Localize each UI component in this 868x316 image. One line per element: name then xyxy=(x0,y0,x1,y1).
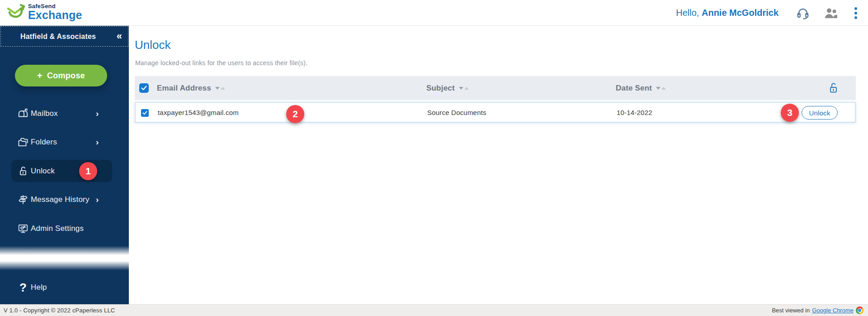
sidebar-item-admin-settings[interactable]: Admin Settings xyxy=(0,219,129,239)
sidebar-fade-band xyxy=(0,246,129,270)
footer: V 1.0 - Copyright © 2022 cPaperless LLC … xyxy=(0,304,868,316)
lock-open-icon[interactable] xyxy=(828,82,839,96)
sidebar-item-label: Folders xyxy=(31,138,57,147)
collapse-sidebar-icon[interactable]: « xyxy=(117,31,122,41)
plus-icon: + xyxy=(37,71,42,80)
google-chrome-link[interactable]: Google Chrome xyxy=(812,307,854,314)
user-name: Annie McGoldrick xyxy=(702,8,778,18)
compose-label: Compose xyxy=(47,71,85,81)
sort-arrows-icon[interactable] xyxy=(215,87,225,90)
safesend-envelope-icon xyxy=(5,3,26,22)
table-header: Email Address Subject Date Sent xyxy=(135,76,856,100)
org-name: Hatfield & Associates xyxy=(20,33,108,41)
sidebar-item-label: Mailbox xyxy=(31,109,58,118)
sidebar-item-help[interactable]: ? Help xyxy=(0,278,129,297)
page-description: Manage locked-out links for the users to… xyxy=(135,59,307,67)
sidebar-item-folders[interactable]: Folders › xyxy=(0,132,129,152)
cell-date-sent: 10-14-2022 xyxy=(617,103,652,122)
sidebar-item-mailbox[interactable]: Mailbox › xyxy=(0,104,129,124)
table-row: taxpayer1543@gmail.com Source Documents … xyxy=(135,102,856,123)
copyright-text: V 1.0 - Copyright © 2022 cPaperless LLC xyxy=(4,307,115,314)
sidebar-item-label: Message History xyxy=(31,195,90,204)
unlock-button[interactable]: Unlock xyxy=(802,106,838,120)
cell-email: taxpayer1543@gmail.com xyxy=(158,103,239,122)
sidebar-item-label: Help xyxy=(31,283,47,292)
headset-icon[interactable] xyxy=(796,6,810,20)
compose-button[interactable]: + Compose xyxy=(15,65,107,86)
mailbox-icon xyxy=(17,108,29,120)
topbar-right: Hello, Annie McGoldrick xyxy=(676,0,860,26)
brand-name-bottom: Exchange xyxy=(28,10,82,21)
users-icon[interactable] xyxy=(824,7,838,19)
sort-arrows-icon[interactable] xyxy=(656,87,666,90)
brand-logo: SafeSend Exchange xyxy=(5,3,82,22)
signpost-icon xyxy=(17,194,29,206)
chevron-right-icon: › xyxy=(96,137,99,147)
chrome-icon xyxy=(856,306,863,314)
kebab-menu-icon[interactable] xyxy=(852,6,860,20)
monitor-gear-icon xyxy=(17,223,29,235)
column-header-email[interactable]: Email Address xyxy=(157,76,225,100)
chevron-right-icon: › xyxy=(96,195,99,205)
question-icon: ? xyxy=(17,282,29,293)
page-title: Unlock xyxy=(135,38,170,52)
cell-subject: Source Documents xyxy=(427,103,486,122)
column-header-date-sent[interactable]: Date Sent xyxy=(616,76,666,100)
best-viewed-text: Best viewed in xyxy=(772,307,810,314)
unlock-table: Email Address Subject Date Sent xyxy=(135,76,856,123)
sidebar-item-label: Admin Settings xyxy=(31,224,84,233)
user-greeting: Hello, Annie McGoldrick xyxy=(676,8,778,18)
folders-icon xyxy=(17,136,29,148)
column-header-subject[interactable]: Subject xyxy=(426,76,469,100)
step-badge-1: 1 xyxy=(79,162,97,180)
app-window: SafeSend Exchange Hello, Annie McGoldric… xyxy=(0,0,868,316)
unlock-icon xyxy=(17,165,29,177)
sort-arrows-icon[interactable] xyxy=(459,87,469,90)
footer-right: Best viewed in Google Chrome xyxy=(772,306,863,314)
sidebar-item-message-history[interactable]: Message History › xyxy=(0,190,129,210)
row-checkbox[interactable] xyxy=(141,109,149,117)
step-badge-3: 3 xyxy=(781,104,799,122)
topbar: SafeSend Exchange Hello, Annie McGoldric… xyxy=(0,0,868,26)
org-header: Hatfield & Associates « xyxy=(0,26,128,47)
chevron-right-icon: › xyxy=(96,109,99,119)
select-all-checkbox[interactable] xyxy=(139,83,149,93)
greeting-prefix: Hello, xyxy=(676,8,699,18)
sidebar-item-label: Unlock xyxy=(31,167,55,176)
step-badge-2: 2 xyxy=(286,105,304,123)
sidebar: Hatfield & Associates « + Compose Mailbo… xyxy=(0,26,129,304)
